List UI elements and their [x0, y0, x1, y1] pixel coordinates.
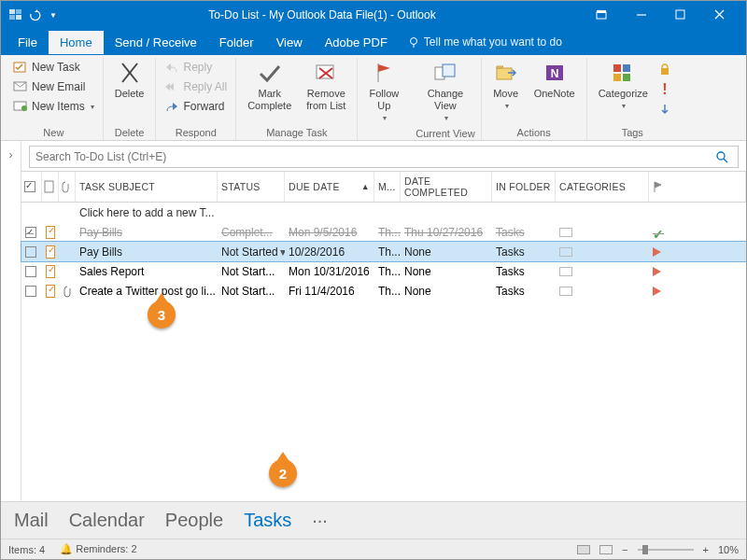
reply-all-button[interactable]: Reply All: [162, 77, 230, 96]
tab-file[interactable]: File: [7, 31, 49, 54]
complete-checkbox[interactable]: [25, 246, 36, 258]
reply-button[interactable]: Reply: [162, 58, 230, 77]
new-items-button[interactable]: New Items: [10, 97, 97, 116]
svg-rect-24: [497, 68, 512, 79]
task-row[interactable]: Pay BillsComplet...Mon 9/5/2016Th...Thu …: [21, 222, 746, 242]
nav-calendar[interactable]: Calendar: [69, 510, 145, 531]
header-categories[interactable]: Categories: [556, 172, 649, 202]
tab-view[interactable]: View: [265, 31, 314, 54]
header-attachment[interactable]: [59, 172, 76, 202]
ribbon-group-followup: Follow Up: [358, 58, 410, 140]
cell-flag[interactable]: [649, 266, 746, 277]
svg-point-32: [717, 152, 725, 160]
move-button[interactable]: Move: [487, 58, 525, 113]
svg-rect-34: [45, 181, 53, 192]
new-email-button[interactable]: New Email: [10, 77, 97, 96]
cell-subject: Sales Report: [76, 265, 218, 278]
remove-from-list-button[interactable]: Remove from List: [301, 58, 351, 114]
change-view-button[interactable]: Change View: [422, 58, 470, 125]
ribbon: New Task New Email New Items New Delete …: [1, 55, 746, 141]
search-icon[interactable]: [712, 150, 732, 163]
header-flag[interactable]: [649, 172, 746, 202]
group-label-new: New: [43, 124, 63, 140]
cell-folder: Tasks: [492, 265, 556, 278]
zoom-slider[interactable]: [638, 549, 694, 551]
header-subject[interactable]: Task Subject: [76, 172, 218, 202]
search-placeholder: Search To-Do List (Ctrl+E): [35, 150, 712, 163]
follow-up-button[interactable]: Follow Up: [363, 58, 404, 125]
task-row[interactable]: Sales ReportNot Start...Mon 10/31/2016Th…: [21, 261, 746, 281]
ribbon-group-manage: Mark Complete Remove from List Manage Ta…: [236, 58, 358, 140]
header-due-date[interactable]: Due Date▲: [285, 172, 374, 202]
tab-adobe-pdf[interactable]: Adobe PDF: [314, 31, 399, 54]
remove-icon: [313, 60, 339, 86]
cell-due: Mon 9/5/2016: [285, 226, 374, 239]
categorize-icon: [610, 60, 636, 86]
tab-send-receive[interactable]: Send / Receive: [104, 31, 208, 54]
move-icon: [493, 60, 519, 86]
ribbon-tabs: File Home Send / Receive Folder View Ado…: [1, 29, 746, 55]
reply-all-icon: [164, 79, 179, 94]
header-modified[interactable]: M...: [374, 172, 401, 202]
title-bar: ▼ To-Do List - My Outlook Data File(1) -…: [1, 1, 746, 29]
high-importance-icon[interactable]: !: [657, 82, 672, 97]
nav-people[interactable]: People: [165, 510, 223, 531]
folder-pane-toggle[interactable]: ›: [1, 141, 21, 501]
cell-category[interactable]: [556, 267, 649, 276]
header-complete[interactable]: [21, 172, 42, 202]
task-row[interactable]: Pay BillsNot Started▾10/28/2016Th...None…: [21, 242, 746, 261]
svg-rect-7: [676, 10, 684, 19]
forward-button[interactable]: Forward: [162, 97, 230, 116]
close-button[interactable]: [701, 2, 739, 28]
task-type-icon: [46, 245, 55, 259]
svg-rect-31: [661, 68, 669, 75]
categorize-button[interactable]: Categorize: [593, 58, 654, 113]
complete-checkbox[interactable]: [25, 266, 36, 277]
cell-category[interactable]: [556, 247, 649, 257]
task-row[interactable]: Create a Twitter post go li...Not Start.…: [21, 281, 746, 301]
ribbon-options-icon[interactable]: [584, 2, 621, 28]
bulb-icon: [408, 36, 419, 48]
delete-button[interactable]: Delete: [109, 58, 150, 102]
nav-mail[interactable]: Mail: [14, 510, 49, 531]
ribbon-group-delete: Delete Delete: [104, 58, 157, 140]
search-input[interactable]: Search To-Do List (Ctrl+E): [29, 146, 739, 168]
forward-icon: [164, 99, 179, 114]
tell-me-search[interactable]: Tell me what you want to do: [408, 35, 562, 49]
cell-category[interactable]: [556, 287, 649, 296]
cell-category[interactable]: [556, 228, 649, 237]
cell-flag[interactable]: [649, 227, 746, 238]
nav-tasks[interactable]: Tasks: [244, 510, 291, 531]
svg-rect-23: [443, 64, 455, 77]
complete-checkbox[interactable]: [25, 227, 36, 238]
private-icon[interactable]: [657, 62, 672, 77]
header-date-completed[interactable]: Date Completed: [401, 172, 492, 202]
attachment-icon: [63, 285, 72, 298]
onenote-button[interactable]: NOneNote: [529, 58, 581, 102]
tab-home[interactable]: Home: [49, 31, 104, 54]
cell-flag[interactable]: [649, 246, 746, 258]
complete-checkbox[interactable]: [25, 286, 36, 297]
maximize-button[interactable]: [662, 2, 699, 28]
undo-icon[interactable]: [27, 7, 42, 22]
svg-point-10: [410, 38, 416, 45]
header-status[interactable]: Status: [218, 172, 285, 202]
clip-icon: [61, 180, 70, 193]
low-importance-icon[interactable]: [657, 103, 672, 118]
nav-more[interactable]: ···: [312, 510, 328, 531]
group-label-respond: Respond: [176, 124, 217, 140]
add-task-row[interactable]: Click here to add a new T...: [21, 203, 746, 222]
cell-completed: None: [401, 245, 492, 259]
tab-folder[interactable]: Folder: [208, 31, 265, 54]
view-normal-icon[interactable]: [577, 545, 590, 554]
header-icon[interactable]: [42, 172, 59, 202]
mark-complete-button[interactable]: Mark Complete: [242, 58, 297, 114]
new-task-button[interactable]: New Task: [10, 58, 97, 77]
view-reading-icon[interactable]: [599, 545, 613, 554]
onenote-icon: N: [542, 60, 568, 86]
group-label-delete: Delete: [115, 124, 145, 140]
cell-flag[interactable]: [649, 286, 746, 297]
qat-dropdown-icon[interactable]: ▼: [46, 7, 61, 22]
header-folder[interactable]: In Folder: [492, 172, 556, 202]
minimize-button[interactable]: [623, 2, 660, 28]
